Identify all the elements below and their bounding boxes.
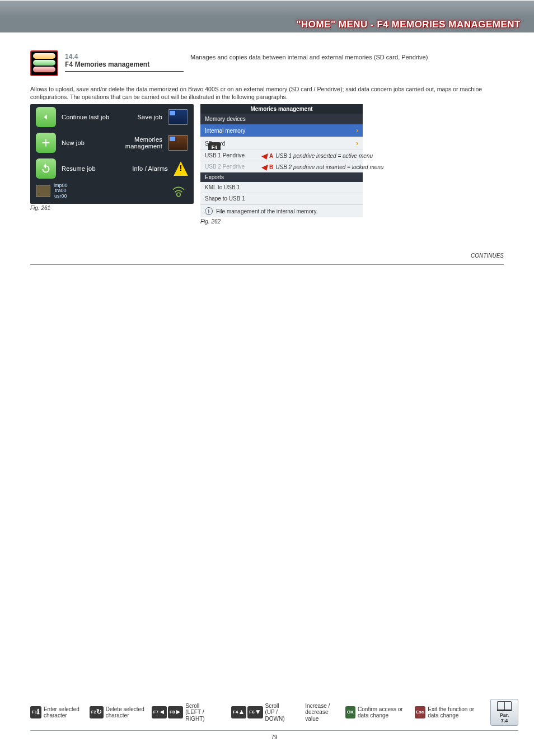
section-description: Manages and copies data between internal… xyxy=(190,54,504,60)
esc-key-icon: Esc xyxy=(415,706,426,718)
mm-sd-card: SD card› xyxy=(200,137,363,150)
header-title: "HOME" MENU - F4 MEMORIES MANAGEMENT xyxy=(296,19,521,30)
f8-key-icon: F8► xyxy=(168,706,183,718)
device-code: imp00 tra00 usr00 xyxy=(54,183,68,200)
mm-memory-devices-header: Memory devices xyxy=(200,114,363,124)
f7-key-icon: F7◄ xyxy=(152,706,167,718)
note-a-letter: A xyxy=(269,153,273,159)
continue-job-label: Continue last job xyxy=(62,114,109,120)
f2-key-icon: F2↻ xyxy=(90,706,104,718)
ok-key-icon: OK xyxy=(345,706,355,718)
book-icon xyxy=(497,701,512,711)
section-thumbnail-icon xyxy=(30,50,58,76)
fig261-label: Fig. 261 xyxy=(30,205,194,211)
page-number: 79 xyxy=(30,734,518,740)
device-icon xyxy=(36,185,50,197)
ok-key-label: Confirm access or data change xyxy=(358,706,407,719)
new-job-label: New job xyxy=(62,139,85,146)
section-name: F4 Memories management xyxy=(65,60,179,69)
arrow-left-icon: ◀ xyxy=(261,162,267,171)
save-job-label: Save job xyxy=(138,114,162,120)
svg-point-0 xyxy=(177,193,181,197)
resume-job-label: Resume job xyxy=(62,165,96,172)
note-b-letter: B xyxy=(269,164,273,170)
resume-job-icon xyxy=(36,158,56,179)
scroll-ud-label: Scroll (UP / DOWN) xyxy=(265,703,299,722)
note-a-text: USB 1 pendrive inserted = active menu xyxy=(275,153,373,159)
section-titles: 14.4 F4 Memories management xyxy=(65,50,184,72)
scroll-lr-label: Scroll (LEFT / RIGHT) xyxy=(185,703,224,722)
reference-par: Par. 7.4 xyxy=(500,712,509,724)
memories-mgmt-label: Memories management xyxy=(125,136,162,150)
mm-exports-header: Exports xyxy=(200,172,363,182)
mm-shape: Shape to USB 1 xyxy=(200,193,363,204)
info-icon: i xyxy=(205,207,213,215)
section-number: 14.4 xyxy=(65,53,179,60)
note-b-text: USB 2 pendrive not inserted = locked men… xyxy=(275,164,383,170)
header-strip: "HOME" MENU - F4 MEMORIES MANAGEMENT xyxy=(0,17,534,32)
continue-job-icon xyxy=(36,107,56,127)
f4-key-icon: F4▲ xyxy=(231,706,246,718)
f1-key-icon: F1ℹ xyxy=(30,706,41,718)
fig262-label: Fig. 262 xyxy=(200,218,363,225)
footer-divider xyxy=(30,730,518,731)
intro-paragraph: Allows to upload, save and/or delete the… xyxy=(30,85,504,101)
esc-key-label: Exit the function or data change xyxy=(428,706,484,719)
reference-box: Par. 7.4 xyxy=(490,699,518,726)
mm-info-bar: i File management of the internal memory… xyxy=(200,204,363,217)
mm-internal-memory: Internal memory› xyxy=(200,124,363,137)
mm-kml: KML to USB 1 xyxy=(200,182,363,193)
info-alarms-label: Info / Alarms xyxy=(132,165,168,172)
mm-title: Memories management xyxy=(200,104,363,114)
top-bar xyxy=(0,0,534,17)
divider xyxy=(30,264,504,265)
f2-key-label: Delete selected character xyxy=(106,706,145,719)
new-job-icon xyxy=(36,133,56,153)
f6-key-icon: F6▼ xyxy=(247,706,263,718)
f1-key-label: Enter selected character xyxy=(44,706,83,719)
info-alarms-icon xyxy=(174,161,188,176)
fig262-screenshot: Memories management Memory devices Inter… xyxy=(200,104,363,217)
incdec-label: Increase / decrease value xyxy=(305,703,339,722)
memories-mgmt-icon xyxy=(168,135,188,151)
fig261-screenshot: Continue last job Save job New job Memor… xyxy=(30,104,194,204)
chevron-right-icon: › xyxy=(356,127,358,134)
footer-key-legend: F1ℹ Enter selected character F2↻ Delete … xyxy=(30,699,518,740)
continues-label: CONTINUES xyxy=(30,253,504,259)
arrow-left-icon: ◀ xyxy=(261,151,267,160)
save-job-icon xyxy=(168,109,188,125)
chevron-right-icon: › xyxy=(356,139,358,147)
satellite-icon xyxy=(169,183,188,199)
